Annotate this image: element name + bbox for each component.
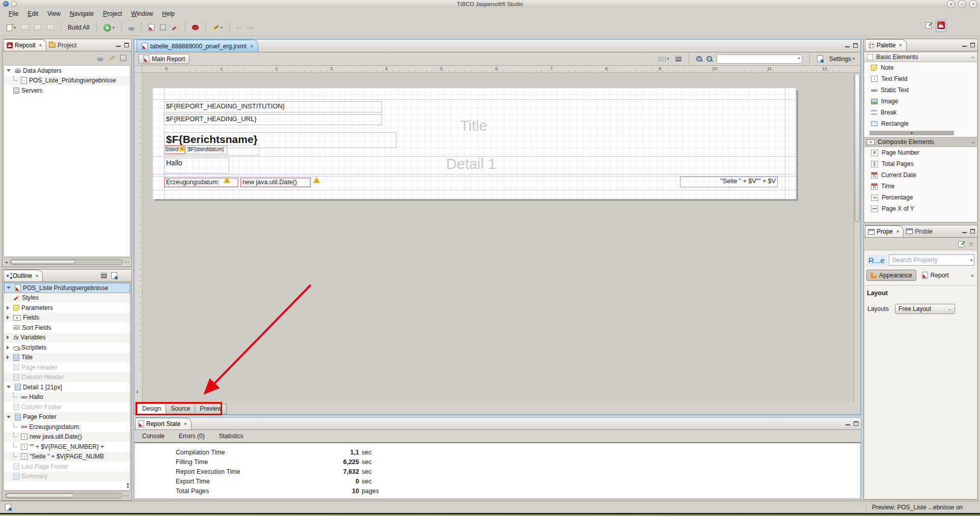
palette-item-image[interactable]: Image [864,96,977,107]
debug-button[interactable] [190,21,200,34]
zoom-in-icon[interactable]: + [696,56,702,62]
minimize-view-icon[interactable] [962,43,967,47]
jaspersoft-perspective-button[interactable] [936,20,946,32]
outline-item-sort-fields[interactable]: Sort Fields [4,323,130,333]
tab-repository[interactable]: Reposit [4,39,46,51]
close-icon[interactable] [896,229,899,234]
close-icon[interactable] [36,273,38,278]
data-adapter-button[interactable] [127,21,136,34]
main-report-button[interactable]: Main Report [139,54,189,64]
scrollbar-thumb[interactable] [11,260,76,264]
tree-item-servers[interactable]: Servers [4,85,130,96]
maximize-view-icon[interactable] [853,43,858,48]
build-all-button[interactable]: Build All [66,21,91,34]
element-seite-expr[interactable]: "Seite " + $V"" + $V [680,177,778,187]
minimize-button[interactable]: ∨ [947,0,955,8]
outline-item-summary[interactable]: Summary [4,472,130,482]
palette-section-composite[interactable]: Composite Elements [864,137,977,147]
palette-item-text-field[interactable]: Text Field [864,73,977,84]
palette-item-note[interactable]: Note [864,62,977,73]
vertical-scroll-arrows[interactable]: ▲▼ [126,482,130,489]
tab-properties[interactable]: Prope [865,225,904,237]
run-button[interactable] [102,21,116,34]
report-settings-icon[interactable] [817,55,823,62]
outline-item-root[interactable]: POS_Liste Prüfungsergebnisse [4,283,130,293]
element-institution[interactable]: $F{REPORT_HEADING_INSTITUTION} [164,101,382,112]
element-list-icon[interactable] [675,56,682,62]
view-menu-icon[interactable]: ▽ [969,242,973,247]
maximize-view-icon[interactable] [124,43,129,47]
save-button[interactable] [20,21,30,34]
close-icon[interactable] [39,43,42,48]
canvas-vertical-scrollbar[interactable] [854,73,860,403]
scroll-left-icon[interactable]: ◂ [5,260,8,265]
status-edit-icon[interactable] [5,504,11,510]
menu-file[interactable]: File [4,9,23,18]
report-page[interactable]: Title Detail 1 $F{REPORT_HEADING_INSTITU… [153,88,796,199]
save-all-button[interactable] [33,21,43,34]
horizontal-scrollbar[interactable]: ‹ › [4,491,130,499]
minimize-view-icon[interactable] [116,43,121,47]
tab-errors[interactable]: Errors (0) [179,433,205,440]
element-date-expr[interactable]: new java.util.Date() [240,178,311,187]
element-stand-group[interactable]: Stand: $F{standdatum} [164,145,259,156]
collapse-icon[interactable] [971,54,974,60]
wizard-button[interactable] [211,21,224,34]
outline-item-title[interactable]: Title [4,353,130,363]
palette-item-static-text[interactable]: Static Text [864,84,977,96]
palette-section-basic[interactable]: Basic Elements [864,52,977,62]
palette-item-page-x-of-y[interactable]: Page X of Y [864,203,977,214]
outline-item-seite-expr[interactable]: "Seite " + $V{PAGE_NUMB [4,452,130,462]
edit-report-button[interactable] [170,21,180,34]
palette-item-rectangle[interactable]: Rectangle [864,118,977,129]
zoom-combobox[interactable] [717,54,802,64]
menu-window[interactable]: Window [127,9,158,18]
element-standdatum[interactable]: $F{standdatum} [187,146,228,154]
tab-preview[interactable]: Preview [195,404,227,414]
outline-item-styles[interactable]: Styles [4,293,130,303]
close-icon[interactable] [899,43,902,48]
design-canvas[interactable]: Title Detail 1 $F{REPORT_HEADING_INSTITU… [143,73,854,403]
tree-item-data-adapters[interactable]: Data Adapters [4,66,130,76]
palette-overflow-bar[interactable] [869,131,954,135]
maximize-view-icon[interactable] [970,229,975,234]
menu-navigate[interactable]: Navigate [65,9,98,18]
tab-outline[interactable]: Outline [4,270,43,281]
maximize-view-icon[interactable] [970,43,975,47]
scroll-arrows[interactable]: ‹ › [125,260,129,265]
collapse-icon[interactable] [971,139,974,145]
maximize-view-icon[interactable] [854,421,858,426]
scrollbar-thumb[interactable] [855,73,860,222]
outline-item-detail[interactable]: Detail 1 [21px] [4,382,130,392]
tab-console[interactable]: Console [142,433,165,440]
tab-statistics[interactable]: Statistics [219,433,243,440]
compatibility-button[interactable] [657,53,671,65]
outline-item-column-footer[interactable]: Column Footer [4,402,130,412]
close-icon[interactable] [184,421,186,426]
tree-item-adapter[interactable]: POS_Liste_Prüfungsergebnisse [4,76,130,86]
outline-item-column-header[interactable]: Column Header [4,372,130,383]
new-wizard-button[interactable] [5,21,17,34]
more-tabs-icon[interactable] [971,272,974,278]
outline-item-scriptlets[interactable]: Scriptlets [4,342,130,353]
outline-item-erzeugungsdatum[interactable]: Erzeugungsdatum: [4,422,130,432]
open-perspective-button[interactable] [925,22,932,30]
tab-appearance[interactable]: Appearance [866,270,916,281]
menu-edit[interactable]: Edit [23,9,43,18]
menu-project[interactable]: Project [98,9,126,18]
outline-item-pagenumber-expr[interactable]: "" + $V{PAGE_NUMBER} + [4,442,130,452]
minimize-view-icon[interactable] [845,44,850,47]
outline-item-hallo[interactable]: Hallo [4,392,130,403]
palette-item-percentage[interactable]: Percentage [864,192,977,203]
palette-item-current-date[interactable]: Current Date [864,169,977,181]
tab-report-state[interactable]: Report State [135,418,192,429]
palette-item-break[interactable]: Break [864,107,977,118]
create-data-adapter-icon[interactable] [97,55,103,61]
layouts-select[interactable]: Free Layout [895,304,955,314]
dataset-button[interactable] [158,21,168,34]
horizontal-scrollbar[interactable]: ◂ ‹ › [4,257,130,266]
editor-tab[interactable]: tabelle_888889000_pruef_erg.jrxml [137,40,258,52]
undo-button[interactable]: ↩ [235,21,243,34]
element-url[interactable]: $F{REPORT_HEADING_URL} [164,114,382,125]
outline-item-page-footer[interactable]: Page Footer [4,412,130,422]
